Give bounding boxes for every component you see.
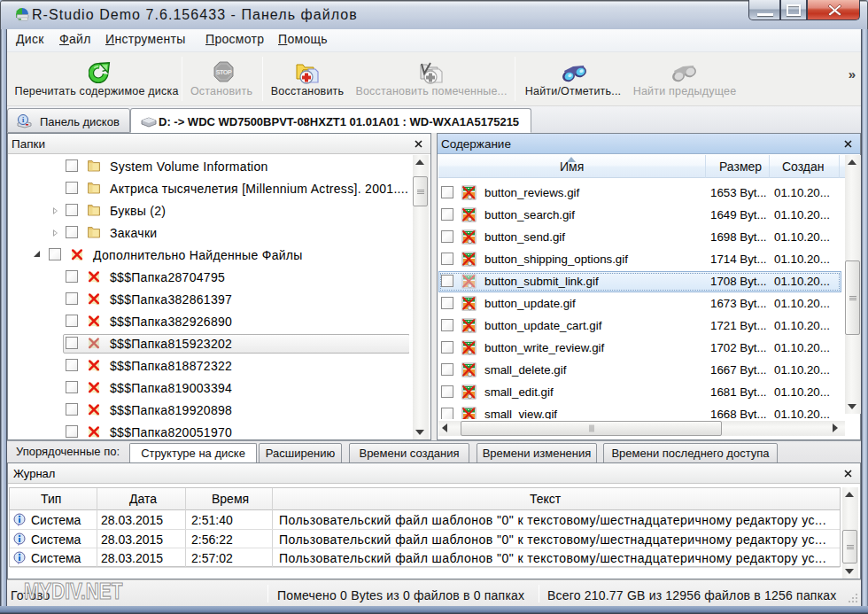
svg-text:STOP: STOP	[216, 68, 232, 76]
